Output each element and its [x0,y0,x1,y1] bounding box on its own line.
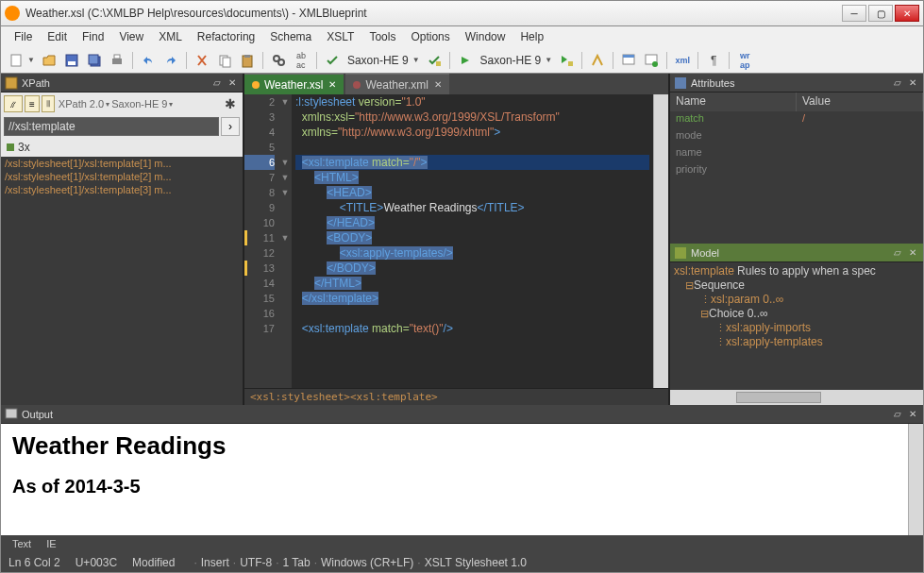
attr-col-name[interactable]: Name [670,93,797,111]
xpath-version[interactable]: XPath 2.0 [57,98,106,110]
tool2-icon[interactable] [641,50,662,71]
output-tab-text[interactable]: Text [5,537,39,550]
menu-view[interactable]: View [111,27,151,46]
dropdown-arrow-icon[interactable]: ▼ [27,56,38,64]
saxon-validate-label[interactable]: Saxon-HE 9 [344,54,412,67]
menu-window[interactable]: Window [458,27,513,46]
menu-help[interactable]: Help [512,27,551,46]
panel-close-icon[interactable]: ✕ [906,76,919,90]
close-button[interactable]: ✕ [895,5,919,22]
model-panel-header: Model ▱ ✕ [670,244,923,262]
file-dot-icon [353,81,361,89]
menu-find[interactable]: Find [75,27,111,46]
gear-icon[interactable]: ✱ [225,96,240,111]
model-node[interactable]: ⋮xsl:apply-imports [674,321,919,335]
wrap-icon[interactable]: wrap [734,50,755,71]
save-all-icon[interactable] [84,50,105,71]
attr-row-priority[interactable]: priority [670,162,923,179]
attr-row-match[interactable]: match/ [670,111,923,128]
paste-icon[interactable] [237,50,258,71]
tab-weather-xsl[interactable]: Weather.xsl ✕ [244,74,344,94]
tool1-icon[interactable] [618,50,639,71]
svg-rect-14 [568,61,573,66]
output-tab-ie[interactable]: IE [39,537,63,550]
attributes-title: Attributes [691,77,889,89]
panel-popout-icon[interactable]: ▱ [891,76,904,90]
find-icon[interactable] [268,50,289,71]
panel-close-icon[interactable]: ✕ [906,246,919,260]
xpath-result-item[interactable]: /xsl:stylesheet[1]/xsl:template[2] m... [1,170,243,183]
model-node[interactable]: ⊟Sequence [674,278,919,293]
tab-close-icon[interactable]: ✕ [434,79,442,90]
pilcrow-icon[interactable]: ¶ [703,50,724,71]
vertical-scrollbar[interactable] [908,424,923,535]
menu-refactoring[interactable]: Refactoring [190,27,262,46]
panel-close-icon[interactable]: ✕ [906,408,919,421]
tab-weather-xml[interactable]: Weather.xml ✕ [345,74,448,94]
dropdown-arrow-icon[interactable]: ▾ [169,100,173,109]
print-icon[interactable] [107,50,127,71]
xml-icon[interactable]: xml [672,50,693,71]
panel-popout-icon[interactable]: ▱ [891,408,904,421]
model-node[interactable]: ⋮xsl:apply-templates [674,335,919,349]
code-editor[interactable]: 2345 6789 10111213 14151617 ▼ ▼▼▼ ▼ :l:s… [244,94,668,388]
line-gutter: 2345 6789 10111213 14151617 [244,94,278,388]
xpath-panel: XPath ▱ ✕ ⫽ ≡ ⦀ XPath 2.0 ▾ Saxon-HE 9 ▾… [1,74,243,405]
svg-rect-22 [6,409,17,418]
format-icon[interactable] [587,50,608,71]
modified-dot-icon [252,81,260,89]
model-root[interactable]: xsl:template Rules to apply when a spec [674,264,919,278]
attr-col-value[interactable]: Value [797,93,923,111]
panel-popout-icon[interactable]: ▱ [210,76,224,90]
replace-icon[interactable]: abac [291,50,311,71]
xpath-mode-btn3[interactable]: ⦀ [42,95,55,112]
cut-icon[interactable] [192,50,212,71]
attr-row-mode[interactable]: mode [670,128,923,145]
model-node[interactable]: ⋮xsl:param 0..∞ [674,293,919,307]
dropdown-arrow-icon[interactable]: ▼ [545,56,555,64]
menu-schema[interactable]: Schema [262,27,319,46]
menu-file[interactable]: File [7,27,40,46]
attr-row-name[interactable]: name [670,145,923,162]
save-icon[interactable] [61,50,82,71]
xpath-engine[interactable]: Saxon-HE 9 [109,98,169,110]
panel-popout-icon[interactable]: ▱ [891,246,904,260]
fold-column[interactable]: ▼ ▼▼▼ ▼ [278,94,292,388]
code-body[interactable]: :l:stylesheet version="1.0" xmlns:xsl="h… [292,94,653,388]
run-config-icon[interactable] [556,50,577,71]
run-icon[interactable] [455,50,476,71]
menu-tools[interactable]: Tools [361,27,403,46]
undo-icon[interactable] [138,50,159,71]
maximize-button[interactable]: ▢ [868,5,893,22]
status-insert: Insert [201,556,229,569]
vertical-scrollbar[interactable] [653,94,668,388]
panel-close-icon[interactable]: ✕ [226,76,239,90]
validate-icon[interactable] [322,50,343,71]
svg-rect-6 [114,55,120,59]
separator [449,52,450,69]
copy-icon[interactable] [214,50,235,71]
validate-config-icon[interactable] [424,50,445,71]
xpath-go-button[interactable]: › [221,117,240,136]
breadcrumb[interactable]: <xsl:stylesheet><xsl:template> [244,388,668,405]
output-content: Weather Readings As of 2014-3-5 [1,424,908,535]
tab-close-icon[interactable]: ✕ [328,79,336,90]
menu-xml[interactable]: XML [151,27,190,46]
horizontal-scrollbar[interactable] [670,390,923,405]
xpath-result-item[interactable]: /xsl:stylesheet[1]/xsl:template[3] m... [1,183,243,196]
saxon-run-label[interactable]: Saxon-HE 9 [477,54,546,67]
xpath-mode-btn2[interactable]: ≡ [25,95,40,112]
open-folder-icon[interactable] [39,50,59,71]
redo-icon[interactable] [160,50,181,71]
xpath-result-item[interactable]: /xsl:stylesheet[1]/xsl:template[1] m... [1,157,243,170]
dropdown-arrow-icon[interactable]: ▼ [412,56,423,64]
menu-options[interactable]: Options [403,27,457,46]
model-node[interactable]: ⊟Choice 0..∞ [674,307,919,321]
xpath-mode-btn1[interactable]: ⫽ [4,95,23,112]
xpath-input[interactable] [4,117,219,136]
toolbar: ▼ abac Saxon-HE 9 ▼ Saxon-HE 9 ▼ xml ¶ w… [0,47,924,74]
menu-edit[interactable]: Edit [40,27,75,46]
menu-xslt[interactable]: XSLT [319,27,361,46]
minimize-button[interactable]: ─ [842,5,866,22]
new-file-icon[interactable] [6,50,26,71]
